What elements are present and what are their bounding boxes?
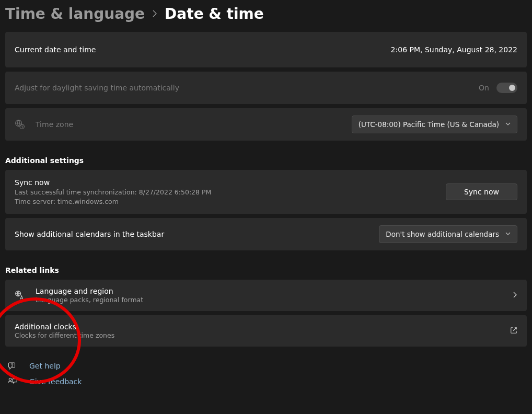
calendars-row: Show additional calendars in the taskbar… xyxy=(5,218,527,250)
feedback-icon xyxy=(7,377,18,386)
help-icon xyxy=(7,361,18,371)
globe-icon xyxy=(15,119,25,130)
dst-status: On xyxy=(479,84,489,92)
language-region-title: Language and region xyxy=(36,287,143,295)
additional-clocks-subtitle: Clocks for different time zones xyxy=(15,331,114,339)
language-region-link[interactable]: Language and region Language packs, regi… xyxy=(5,280,527,311)
give-feedback-link[interactable]: Give feedback xyxy=(5,377,527,386)
chevron-down-icon xyxy=(505,232,511,237)
get-help-label: Get help xyxy=(29,362,61,370)
dst-label: Adjust for daylight saving time automati… xyxy=(15,84,179,92)
external-link-icon xyxy=(510,327,517,336)
additional-settings-heading: Additional settings xyxy=(5,156,527,165)
current-datetime-label: Current date and time xyxy=(15,45,96,54)
additional-clocks-link[interactable]: Additional clocks Clocks for different t… xyxy=(5,315,527,347)
current-datetime-row: Current date and time 2:06 PM, Sunday, A… xyxy=(5,32,527,67)
calendars-dropdown[interactable]: Don't show additional calendars xyxy=(379,225,517,243)
additional-clocks-title: Additional clocks xyxy=(15,323,114,331)
timezone-dropdown[interactable]: (UTC-08:00) Pacific Time (US & Canada) xyxy=(352,116,517,133)
dst-toggle[interactable] xyxy=(496,83,517,93)
chevron-right-icon xyxy=(513,292,517,300)
language-region-subtitle: Language packs, regional format xyxy=(36,296,143,304)
svg-point-3 xyxy=(12,366,13,367)
breadcrumb-parent[interactable]: Time & language xyxy=(5,5,145,22)
sync-now-row: Sync now Last successful time synchroniz… xyxy=(5,170,527,214)
svg-point-4 xyxy=(9,378,11,381)
sync-now-button[interactable]: Sync now xyxy=(446,183,517,200)
calendars-selected: Don't show additional calendars xyxy=(386,230,499,238)
timezone-selected: (UTC-08:00) Pacific Time (US & Canada) xyxy=(358,120,499,129)
chevron-right-icon xyxy=(152,8,157,19)
language-icon xyxy=(15,290,25,301)
chevron-down-icon xyxy=(505,122,511,128)
sync-title: Sync now xyxy=(15,178,211,187)
calendars-label: Show additional calendars in the taskbar xyxy=(15,230,164,238)
give-feedback-label: Give feedback xyxy=(29,377,82,386)
current-datetime-value: 2:06 PM, Sunday, August 28, 2022 xyxy=(391,45,517,54)
sync-server: Time server: time.windows.com xyxy=(15,198,211,205)
timezone-row: Time zone (UTC-08:00) Pacific Time (US &… xyxy=(5,108,527,141)
related-links-heading: Related links xyxy=(5,266,527,274)
sync-last: Last successful time synchronization: 8/… xyxy=(15,188,211,196)
dst-row: Adjust for daylight saving time automati… xyxy=(5,72,527,104)
page-title: Date & time xyxy=(165,5,264,22)
get-help-link[interactable]: Get help xyxy=(5,361,527,371)
timezone-label: Time zone xyxy=(36,120,73,129)
breadcrumb: Time & language Date & time xyxy=(0,0,532,22)
toggle-knob xyxy=(509,85,515,91)
